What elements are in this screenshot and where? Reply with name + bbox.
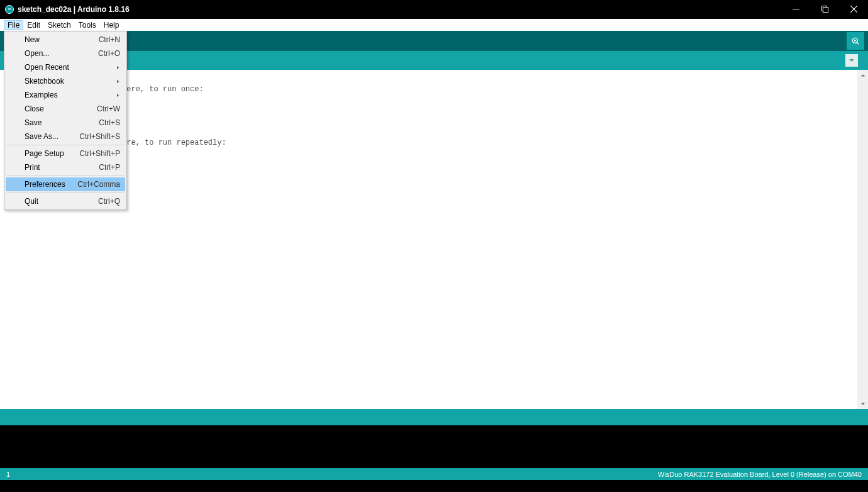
menu-item-save[interactable]: SaveCtrl+S [6,116,125,130]
menu-file[interactable]: File [4,20,23,30]
tab-menu-button[interactable] [845,54,858,67]
menu-item-label: New [25,35,99,44]
toolbar [0,31,868,51]
menu-separator [6,193,125,193]
close-button[interactable] [839,0,868,18]
menu-item-shortcut: Ctrl+O [98,49,120,58]
svg-point-3 [854,40,856,42]
menu-item-shortcut: Ctrl+Q [98,197,120,206]
menu-item-shortcut: Ctrl+S [99,118,120,127]
board-info: WisDuo RAK3172 Evaluation Board, Level 0… [658,471,862,478]
scroll-up-button[interactable] [857,70,868,81]
menubar: File Edit Sketch Tools Help [0,18,868,31]
menu-item-sketchbook[interactable]: Sketchbook [6,74,125,88]
menu-item-print[interactable]: PrintCtrl+P [6,160,125,174]
menu-item-preferences[interactable]: PreferencesCtrl+Comma [6,177,125,191]
menu-item-label: Close [25,104,97,113]
file-menu-dropdown: NewCtrl+NOpen...Ctrl+OOpen RecentSketchb… [4,31,127,210]
editor-area: void setup() { // put your setup code he… [0,70,868,409]
menu-item-label: Examples [25,91,120,99]
menu-tools[interactable]: Tools [75,20,100,30]
menu-item-open-recent[interactable]: Open Recent [6,60,125,74]
menu-item-shortcut: Ctrl+W [97,104,120,113]
scroll-down-button[interactable] [857,398,868,409]
menu-separator [6,145,125,145]
chevron-right-icon [116,63,120,72]
bottom-statusbar: 1 WisDuo RAK3172 Evaluation Board, Level… [0,468,868,480]
titlebar: ∞ sketch_dec02a | Arduino 1.8.16 [0,0,868,18]
menu-item-label: Print [25,163,99,172]
menu-item-shortcut: Ctrl+Comma [77,180,120,189]
status-strip [0,409,868,425]
menu-edit[interactable]: Edit [23,20,44,30]
tabbar: sketch_dec02a [0,51,868,70]
menu-item-label: Open... [25,49,98,58]
menu-item-label: Open Recent [25,63,120,72]
menu-item-open[interactable]: Open...Ctrl+O [6,47,125,60]
menu-separator [6,176,125,176]
menu-item-examples[interactable]: Examples [6,88,125,102]
menu-sketch[interactable]: Sketch [44,20,75,30]
serial-monitor-button[interactable] [847,32,864,50]
menu-item-shortcut: Ctrl+N [99,35,120,44]
menu-item-label: Quit [25,197,98,206]
menu-item-label: Save As... [25,132,79,141]
menu-item-label: Page Setup [25,149,79,158]
arduino-icon: ∞ [5,5,14,14]
vertical-scrollbar[interactable] [857,70,868,409]
menu-item-shortcut: Ctrl+P [99,163,120,172]
menu-item-close[interactable]: CloseCtrl+W [6,102,125,116]
chevron-right-icon [116,91,120,99]
menu-item-new[interactable]: NewCtrl+N [6,33,125,47]
menu-item-page-setup[interactable]: Page SetupCtrl+Shift+P [6,147,125,160]
menu-help[interactable]: Help [100,20,123,30]
menu-item-save-as[interactable]: Save As...Ctrl+Shift+S [6,130,125,143]
window-title: sketch_dec02a | Arduino 1.8.16 [18,5,130,14]
menu-item-label: Sketchbook [25,77,120,86]
maximize-button[interactable] [810,0,839,18]
window-controls [781,0,868,18]
menu-item-label: Save [25,118,99,127]
minimize-button[interactable] [781,0,810,18]
chevron-right-icon [116,77,120,86]
svg-rect-1 [823,8,828,13]
line-number: 1 [6,471,10,478]
menu-item-shortcut: Ctrl+Shift+P [79,149,120,158]
menu-item-shortcut: Ctrl+Shift+S [79,132,120,141]
menu-item-quit[interactable]: QuitCtrl+Q [6,194,125,208]
menu-item-label: Preferences [25,180,77,189]
console-area: 1 WisDuo RAK3172 Evaluation Board, Level… [0,425,868,480]
